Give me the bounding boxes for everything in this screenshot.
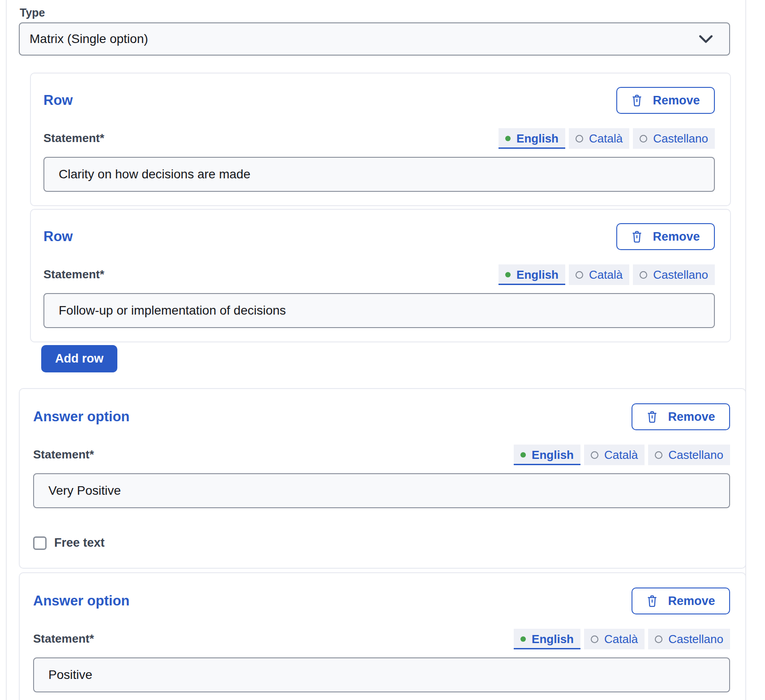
language-tab-label: English (532, 448, 574, 462)
language-tab-catala[interactable]: Català (569, 128, 629, 149)
language-tab-english[interactable]: English (514, 629, 580, 649)
answer-option-statement-input[interactable] (33, 473, 730, 508)
selected-language-dot-icon (505, 136, 511, 141)
statement-label: Statement* (43, 268, 104, 285)
language-tabs: English Català Castellano (499, 264, 715, 285)
language-tab-label: Castellano (668, 448, 723, 462)
language-tab-label: Castellano (653, 268, 708, 281)
statement-row: Statement* English Català Castellano (43, 264, 715, 285)
language-tab-label: English (532, 632, 574, 646)
type-select[interactable]: Matrix (Single option) (19, 22, 730, 56)
trash-icon (631, 94, 643, 107)
remove-button-label: Remove (653, 94, 700, 108)
language-tabs: English Català Castellano (499, 128, 715, 149)
free-text-label: Free text (54, 536, 105, 550)
add-row-button[interactable]: Add row (41, 345, 117, 372)
unselected-language-radio-icon (576, 135, 583, 143)
row-card-header: Row Remove (43, 87, 715, 114)
language-tab-label: English (516, 268, 559, 281)
matrix-rows-section: Row Remove Sta (30, 73, 731, 372)
selected-language-dot-icon (520, 636, 526, 642)
row-card-header: Row Remove (43, 223, 715, 250)
statement-row: Statement* English Català Castellano (33, 445, 730, 465)
remove-answer-option-button[interactable]: Remove (632, 588, 730, 614)
row-heading: Row (43, 229, 73, 244)
remove-row-button[interactable]: Remove (616, 87, 715, 114)
free-text-checkbox[interactable] (33, 536, 47, 550)
statement-row: Statement* English Català Castellano (43, 128, 715, 149)
unselected-language-radio-icon (655, 635, 662, 643)
language-tabs: English Català Castellano (514, 445, 730, 465)
row-card: Row Remove Sta (30, 209, 731, 342)
language-tab-label: Català (604, 632, 638, 646)
remove-answer-option-button[interactable]: Remove (632, 403, 730, 430)
selected-language-dot-icon (520, 452, 526, 458)
language-tab-label: English (516, 132, 559, 145)
language-tab-catala[interactable]: Català (569, 264, 629, 285)
answer-option-card: Answer option Remove Statement* (19, 572, 746, 700)
chevron-down-icon (699, 35, 713, 43)
answer-option-card: Answer option Remove Statement* (19, 388, 746, 569)
language-tab-castellano[interactable]: Castellano (633, 264, 715, 285)
statement-row: Statement* English Català Castellano (33, 629, 730, 649)
language-tab-english[interactable]: English (499, 128, 565, 149)
free-text-option: Free text (33, 536, 730, 550)
statement-label: Statement* (33, 448, 94, 465)
language-tab-catala[interactable]: Català (584, 445, 645, 465)
statement-label: Statement* (33, 632, 94, 649)
language-tab-castellano[interactable]: Castellano (648, 629, 730, 649)
row-statement-input[interactable] (43, 293, 715, 328)
language-tabs: English Català Castellano (514, 629, 730, 649)
language-tab-label: Català (589, 132, 623, 145)
language-tab-catala[interactable]: Català (584, 629, 645, 649)
unselected-language-radio-icon (591, 635, 598, 643)
statement-label: Statement* (43, 131, 104, 149)
unselected-language-radio-icon (655, 451, 662, 459)
language-tab-castellano[interactable]: Castellano (633, 128, 715, 149)
type-label: Type (20, 6, 746, 19)
answer-option-card-clipped-area (33, 692, 730, 700)
answer-option-heading: Answer option (33, 593, 129, 609)
remove-button-label: Remove (668, 410, 715, 424)
remove-row-button[interactable]: Remove (616, 223, 715, 250)
unselected-language-radio-icon (591, 451, 598, 459)
trash-icon (646, 595, 658, 607)
row-heading: Row (43, 93, 73, 108)
language-tab-label: Castellano (668, 632, 723, 646)
unselected-language-radio-icon (640, 271, 647, 279)
trash-icon (631, 230, 643, 243)
language-tab-english[interactable]: English (499, 264, 565, 285)
unselected-language-radio-icon (640, 135, 647, 143)
trash-icon (646, 410, 658, 423)
answer-option-statement-input[interactable] (33, 657, 730, 692)
remove-button-label: Remove (653, 230, 700, 244)
remove-button-label: Remove (668, 594, 715, 608)
answer-option-header: Answer option Remove (33, 588, 730, 614)
unselected-language-radio-icon (576, 271, 583, 279)
language-tab-castellano[interactable]: Castellano (648, 445, 730, 465)
language-tab-label: Català (604, 448, 638, 462)
language-tab-english[interactable]: English (514, 445, 580, 465)
language-tab-label: Català (589, 268, 623, 281)
selected-language-dot-icon (505, 272, 511, 277)
answer-option-header: Answer option Remove (33, 403, 730, 430)
question-editor-content: Type Matrix (Single option) Row (19, 0, 746, 700)
row-statement-input[interactable] (43, 157, 715, 192)
row-card: Row Remove Sta (30, 73, 731, 206)
language-tab-label: Castellano (653, 132, 708, 145)
type-select-value: Matrix (Single option) (30, 32, 699, 46)
panel-left-border (6, 0, 7, 700)
answer-option-heading: Answer option (33, 409, 129, 424)
